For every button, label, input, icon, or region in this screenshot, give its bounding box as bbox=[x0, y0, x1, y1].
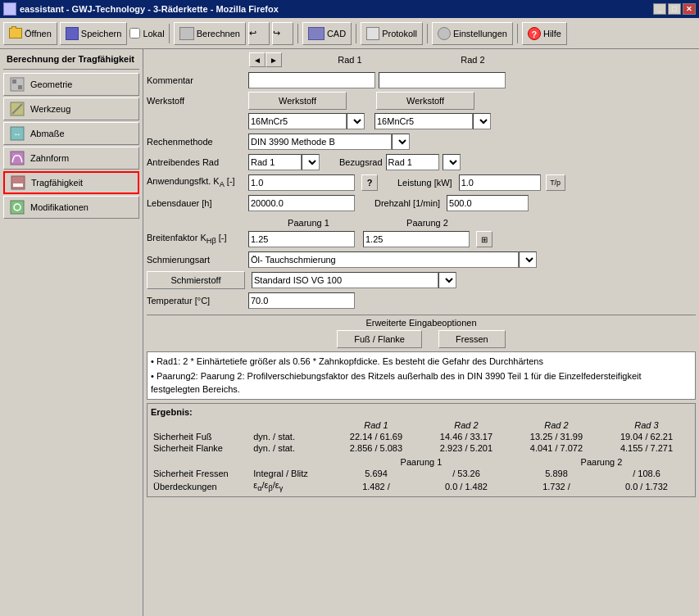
trp-button[interactable]: T/p bbox=[546, 174, 565, 191]
calc-icon bbox=[179, 27, 194, 40]
werkstoff-select2[interactable]: ▼ bbox=[473, 113, 491, 129]
bezugsrad-select[interactable]: ▼ bbox=[443, 154, 461, 170]
einstellungen-button[interactable]: Einstellungen bbox=[432, 22, 513, 45]
temperatur-input[interactable] bbox=[248, 292, 355, 309]
paarung-subheader-row: Paarung 1 Paarung 2 bbox=[151, 454, 692, 468]
anwendungsfkt-input[interactable] bbox=[248, 174, 355, 191]
calc-small-icon: ⊞ bbox=[481, 235, 488, 244]
drehzahl-input[interactable] bbox=[447, 195, 529, 211]
lokal-checkbox[interactable] bbox=[129, 28, 140, 38]
werkstoff-val1[interactable] bbox=[248, 113, 347, 129]
save-button[interactable]: Speichern bbox=[60, 22, 128, 45]
sicherheit-fuss-row: Sicherheit Fuß dyn. / stat. 22.14 / 61.6… bbox=[151, 431, 692, 442]
temperatur-row: Temperatur [°C] bbox=[147, 292, 696, 310]
antreibendes-input[interactable] bbox=[248, 154, 302, 170]
breitenfaktor-calc-btn[interactable]: ⊞ bbox=[476, 231, 492, 247]
sidebar-item-zahnform[interactable]: Zahnform bbox=[3, 147, 139, 170]
sidebar-item-werkzeug[interactable]: Werkzeug bbox=[3, 97, 139, 120]
kommentar-label: Kommentar bbox=[147, 75, 245, 85]
werkstoff-btn1[interactable]: Werkstoff bbox=[248, 92, 347, 110]
close-btn[interactable]: ✕ bbox=[683, 3, 696, 15]
werkstoff-select1[interactable]: ▼ bbox=[347, 113, 365, 129]
rad2-header: Rad 2 bbox=[411, 55, 534, 65]
ergebnis-title: Ergebnis: bbox=[151, 407, 692, 417]
breitenfaktor-input2[interactable] bbox=[363, 231, 470, 247]
undo-button[interactable]: ↩ bbox=[248, 22, 270, 45]
lokal-checkbox-label[interactable]: Lokal bbox=[129, 28, 164, 38]
nav-next-button[interactable]: ► bbox=[266, 52, 282, 67]
sicherheit-fuss-sub: dyn. / stat. bbox=[251, 431, 331, 442]
svg-rect-1 bbox=[12, 79, 16, 84]
schmierungsart-select[interactable]: ▼ bbox=[519, 251, 537, 268]
sicherheit-flanke-r4: 4.155 / 7.271 bbox=[601, 442, 692, 454]
cad-button[interactable]: CAD bbox=[302, 22, 352, 45]
kommentar-row: Kommentar bbox=[147, 71, 696, 89]
fressen-p2a: 5.898 bbox=[511, 468, 601, 479]
sidebar-item-tragfahigkeit[interactable]: Tragfähigkeit bbox=[3, 171, 139, 194]
protokoll-button[interactable]: Protokoll bbox=[361, 22, 423, 45]
tool-icon bbox=[9, 101, 25, 117]
kommentar-input1[interactable] bbox=[248, 72, 375, 88]
sep2 bbox=[297, 24, 298, 43]
ergebnis-box: Ergebnis: Rad 1 Rad 2 Rad 2 Rad 3 Sicher bbox=[147, 403, 696, 497]
cad-icon bbox=[308, 27, 325, 40]
sicherheit-fuss-r1: 22.14 / 61.69 bbox=[331, 431, 421, 442]
sidebar-item-geometrie[interactable]: Geometrie bbox=[3, 73, 139, 96]
hilfe-button[interactable]: ? Hilfe bbox=[522, 22, 567, 45]
maximize-btn[interactable]: □ bbox=[668, 3, 681, 15]
schmierungsart-input[interactable] bbox=[248, 251, 519, 268]
redo-icon: ↪ bbox=[273, 28, 280, 38]
sep3 bbox=[356, 24, 356, 43]
breitenfaktor-row: Breitenfaktor KHβ [-] ⊞ bbox=[147, 230, 696, 248]
svg-text:↔: ↔ bbox=[13, 129, 21, 138]
schmierstoff-btn[interactable]: Schmierstoff bbox=[147, 271, 245, 289]
warning-line2: • Paarung2: Paarung 2: Profilverschiebun… bbox=[151, 370, 692, 396]
svg-rect-8 bbox=[11, 176, 25, 189]
paarung1-header: Paarung 1 bbox=[249, 218, 368, 228]
temperatur-label: Temperatur [°C] bbox=[147, 296, 245, 306]
svg-rect-9 bbox=[13, 183, 23, 187]
antreibendes-row: Antreibendes Rad ▼ Bezugsrad ▼ bbox=[147, 153, 696, 171]
sicherheit-flanke-label: Sicherheit Flanke bbox=[151, 442, 251, 454]
help-button[interactable]: ? bbox=[361, 174, 378, 191]
erweiterte-buttons: Fuß / Flanke Fressen bbox=[147, 330, 696, 348]
paarung2-header: Paarung 2 bbox=[368, 218, 487, 228]
sidebar-item-modifikationen[interactable]: Modifikationen bbox=[3, 196, 139, 219]
leistung-input[interactable] bbox=[459, 174, 541, 191]
minimize-btn[interactable]: _ bbox=[653, 3, 666, 15]
lebensdauer-input[interactable] bbox=[248, 195, 355, 211]
fuss-flanke-button[interactable]: Fuß / Flanke bbox=[337, 330, 422, 348]
title-bar: eassistant - GWJ-Technology - 3-Räderket… bbox=[0, 0, 699, 18]
lebensdauer-label: Lebensdauer [h] bbox=[147, 198, 245, 208]
rechenmethode-select[interactable]: ▼ bbox=[392, 134, 410, 150]
redo-button[interactable]: ↪ bbox=[272, 22, 293, 45]
rechenmethode-input[interactable] bbox=[248, 134, 392, 150]
erweiterte-label: Erweiterte Eingabeoptionen bbox=[147, 318, 696, 328]
werkstoff-btn2[interactable]: Werkstoff bbox=[376, 92, 474, 110]
kommentar-input2[interactable] bbox=[379, 72, 506, 88]
warning-line1: • Rad1: 2 * Einhärtetiefe größer als 0.5… bbox=[151, 356, 692, 368]
fressen-p2b: / 108.6 bbox=[601, 468, 692, 479]
paarung1-subheader: Paarung 1 bbox=[331, 454, 511, 468]
breitenfaktor-input1[interactable] bbox=[248, 231, 355, 247]
sicherheit-fuss-r3: 13.25 / 31.99 bbox=[511, 431, 601, 442]
nav-prev-button[interactable]: ◄ bbox=[249, 52, 266, 67]
help-icon: ? bbox=[528, 27, 541, 40]
sep4 bbox=[427, 24, 428, 43]
schmierstoff-input[interactable] bbox=[252, 272, 438, 288]
warning-box: • Rad1: 2 * Einhärtetiefe größer als 0.5… bbox=[147, 351, 696, 400]
sidebar-item-abmasse[interactable]: ↔ Abmaße bbox=[3, 122, 139, 145]
open-button[interactable]: Öffnen bbox=[3, 22, 57, 45]
werkstoff-val2[interactable] bbox=[374, 113, 473, 129]
bezugsrad-label: Bezugsrad bbox=[339, 157, 383, 167]
uberdeckungen-row: Überdeckungen εα/εβ/εγ 1.482 / 0.0 / 1.4… bbox=[151, 479, 692, 493]
fressen-button[interactable]: Fressen bbox=[438, 330, 506, 348]
berechnen-button[interactable]: Berechnen bbox=[174, 22, 246, 45]
uber-p2a: 1.732 / bbox=[511, 479, 601, 493]
uber-p1b: 0.0 / 1.482 bbox=[421, 479, 511, 493]
bezugsrad-input[interactable] bbox=[386, 154, 439, 170]
werkstoff-select-row: ▼ ▼ bbox=[147, 112, 696, 130]
schmierstoff-select[interactable]: ▼ bbox=[438, 272, 456, 288]
folder-icon bbox=[9, 28, 22, 38]
antreibendes-select[interactable]: ▼ bbox=[302, 154, 320, 170]
